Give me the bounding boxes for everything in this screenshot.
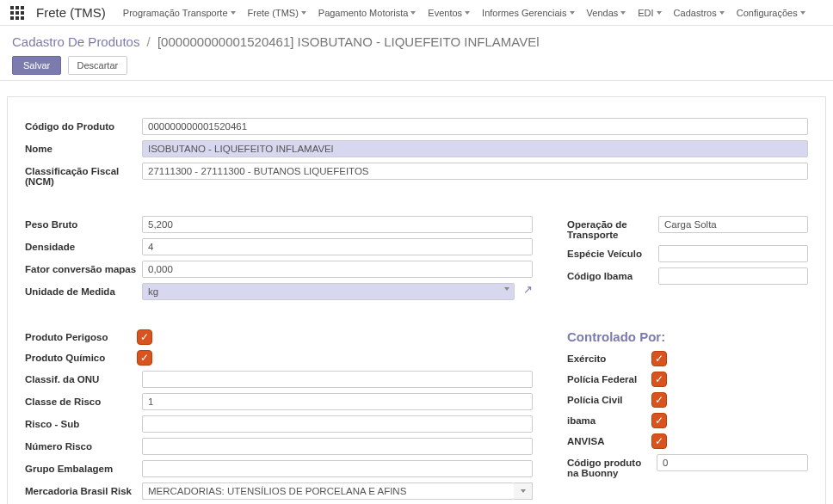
operacao-input[interactable]	[658, 216, 808, 233]
label-buonny: Código produto na Buonny	[567, 454, 651, 478]
label-quimico: Produto Químico	[25, 353, 137, 363]
nome-input[interactable]	[142, 140, 808, 157]
label-densidade: Densidade	[25, 238, 137, 252]
label-anvisa: ANVISA	[567, 436, 651, 446]
ibama-checkbox[interactable]	[651, 413, 667, 428]
classif-onu-input[interactable]	[142, 371, 533, 388]
nav-edi[interactable]: EDI	[638, 8, 661, 18]
form-sheet: Código do Produto Nome Classificação Fis…	[7, 96, 826, 504]
chevron-down-icon	[231, 11, 236, 15]
nav-pagamento[interactable]: Pagamento Motorista	[318, 8, 416, 18]
nav-config[interactable]: Configurações	[737, 8, 805, 18]
risco-sub-input[interactable]	[142, 415, 533, 433]
label-operacao: Operação de Transporte	[567, 216, 653, 240]
especie-input[interactable]	[658, 245, 808, 262]
label-perigoso: Produto Perigoso	[25, 332, 137, 342]
label-ncm: Classificação Fiscal (NCM)	[25, 163, 137, 187]
label-peso: Peso Bruto	[25, 216, 137, 230]
breadcrumb: Cadastro De Produtos / [0000000000015204…	[12, 34, 821, 49]
label-brasil-risk: Mercadoria Brasil Risk	[25, 482, 137, 496]
label-ibama-chk: ibama	[567, 415, 651, 426]
save-button[interactable]: Salvar	[12, 56, 61, 75]
label-ibama: Código Ibama	[567, 267, 653, 281]
fator-input[interactable]	[142, 261, 533, 278]
brand-title[interactable]: Frete (TMS)	[36, 5, 106, 20]
chevron-down-icon	[800, 11, 805, 15]
policia-federal-checkbox[interactable]	[651, 372, 667, 387]
top-nav: Frete (TMS) Programação Transporte Frete…	[0, 0, 833, 26]
apps-icon[interactable]	[10, 6, 24, 20]
anvisa-checkbox[interactable]	[651, 433, 667, 449]
label-numero-risco: Número Risco	[25, 438, 137, 452]
brasil-risk-input[interactable]	[142, 482, 514, 500]
label-nome: Nome	[25, 140, 137, 154]
quimico-checkbox[interactable]	[137, 350, 152, 366]
numero-risco-input[interactable]	[142, 438, 533, 455]
grupo-emb-input[interactable]	[142, 460, 533, 477]
chevron-down-icon	[301, 11, 306, 15]
chevron-down-icon	[719, 11, 725, 15]
perigoso-checkbox[interactable]	[137, 329, 152, 345]
classe-risco-input[interactable]	[142, 393, 533, 410]
label-fator: Fator conversão mapas	[25, 261, 137, 274]
chevron-down-icon	[570, 11, 575, 15]
nav-eventos[interactable]: Eventos	[428, 8, 470, 18]
nav-frete[interactable]: Frete (TMS)	[248, 8, 306, 18]
ncm-input[interactable]	[142, 163, 808, 180]
discard-button[interactable]: Descartar	[68, 56, 128, 75]
external-link-icon[interactable]: ↗	[523, 283, 533, 296]
unidade-input[interactable]	[142, 283, 515, 300]
densidade-input[interactable]	[142, 238, 533, 255]
chevron-down-icon	[410, 11, 416, 15]
policia-civil-checkbox[interactable]	[651, 392, 667, 408]
breadcrumb-current: [000000000001520461] ISOBUTANO - LIQUEFE…	[157, 34, 540, 49]
nav-cadastros[interactable]: Cadastros	[674, 8, 725, 18]
page-header: Cadastro De Produtos / [0000000000015204…	[0, 26, 833, 81]
label-classif-onu: Classif. da ONU	[25, 371, 137, 384]
nav-informes[interactable]: Informes Gerenciais	[482, 8, 574, 18]
nav-vendas[interactable]: Vendas	[587, 8, 626, 18]
ibama-input[interactable]	[658, 267, 808, 285]
label-grupo-emb: Grupo Embalagem	[25, 460, 137, 474]
chevron-down-icon	[657, 11, 662, 15]
label-unidade: Unidade de Medida	[25, 283, 137, 297]
label-exercito: Exército	[567, 353, 651, 364]
chevron-down-icon	[465, 11, 470, 15]
buonny-input[interactable]	[657, 454, 808, 471]
controlado-heading: Controlado Por:	[567, 329, 808, 344]
chevron-down-icon	[620, 11, 626, 15]
label-especie: Espécie Veículo	[567, 245, 653, 259]
label-classe-risco: Classe de Risco	[25, 393, 137, 407]
breadcrumb-parent[interactable]: Cadastro De Produtos	[12, 34, 139, 49]
peso-input[interactable]	[142, 216, 533, 233]
nav-programacao[interactable]: Programação Transporte	[123, 8, 236, 18]
label-pf: Polícia Federal	[567, 374, 651, 384]
brasil-risk-dropdown-button[interactable]	[514, 482, 533, 500]
chevron-down-icon	[521, 489, 526, 493]
codigo-input[interactable]	[142, 118, 808, 135]
label-risco-sub: Risco - Sub	[25, 415, 137, 429]
label-codigo: Código do Produto	[25, 118, 137, 132]
label-pc: Polícia Civil	[567, 395, 651, 405]
exercito-checkbox[interactable]	[651, 351, 667, 366]
